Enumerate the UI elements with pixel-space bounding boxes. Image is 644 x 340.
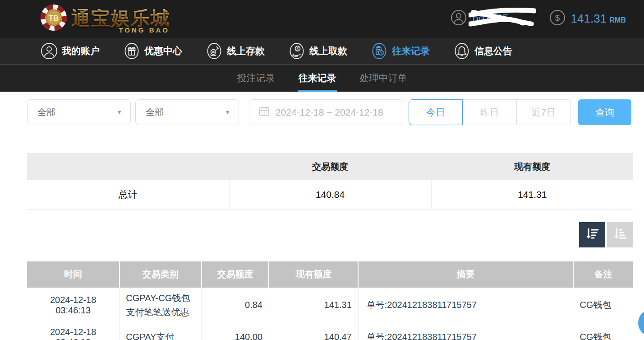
- calendar-icon: [258, 105, 270, 119]
- col-header-summary: 摘要: [358, 261, 573, 288]
- record-summary: 单号:202412183811715757: [358, 288, 573, 323]
- brand-title: 通宝娱乐城: [71, 9, 170, 28]
- withdraw-icon: $: [288, 42, 305, 60]
- sort-controls: [27, 222, 633, 247]
- gift-icon: [123, 42, 140, 60]
- brand-subtitle: TONG BAO: [119, 27, 170, 33]
- brand-logo[interactable]: TB 通宝娱乐城 TONG BAO: [40, 4, 170, 33]
- filter-row: 全部 ▼ 全部 ▼ 2024-12-18 ~ 2024-12-18: [27, 99, 633, 125]
- date-range-text: 2024-12-18 ~ 2024-12-18: [276, 107, 383, 118]
- last7days-button[interactable]: 近7日: [517, 99, 571, 125]
- col-header-note: 备注: [573, 261, 633, 288]
- record-category: CGPAY支付: [120, 323, 202, 340]
- yesterday-button[interactable]: 昨日: [463, 99, 517, 125]
- table-row: 2024-12-18 03:46:13 CGPAY支付 140.00 140.4…: [27, 323, 633, 340]
- nav-item-promotions[interactable]: 优惠中心: [123, 42, 182, 60]
- nav-item-deposit[interactable]: 线上存款: [206, 42, 265, 60]
- record-time: 2024-12-18 03:46:13: [27, 288, 120, 323]
- nav-item-withdraw[interactable]: $ 线上取款: [288, 42, 347, 60]
- records-table: 时间 交易类别 交易额度 现有额度 摘要 备注 2024-12-18 03:46…: [27, 261, 633, 340]
- username-text: bo7325: [472, 12, 508, 24]
- record-balance: 141.31: [269, 288, 358, 323]
- record-balance: 140.47: [269, 323, 358, 340]
- summary-header-blank: [27, 153, 229, 180]
- nav-item-announcements[interactable]: 信息公告: [453, 42, 512, 60]
- tab-pending-orders[interactable]: 处理中订单: [359, 65, 408, 92]
- sort-ascending-button[interactable]: [607, 222, 633, 247]
- summary-total-balance: 141.31: [431, 180, 633, 210]
- top-header: TB 通宝娱乐城 TONG BAO bo7325: [0, 0, 644, 37]
- col-header-time: 时间: [27, 261, 120, 288]
- deposit-icon: [206, 42, 223, 60]
- summary-total-transaction: 140.84: [229, 180, 431, 210]
- tab-betting-records[interactable]: 投注记录: [236, 65, 276, 92]
- col-header-amount: 交易额度: [202, 261, 269, 288]
- sort-ascending-icon: [613, 227, 627, 242]
- svg-text:$: $: [296, 47, 299, 51]
- records-icon: [371, 42, 388, 60]
- today-button[interactable]: 今日: [409, 99, 463, 125]
- table-row: 2024-12-18 03:46:13 CGPAY-CG钱包支付笔笔送优惠 0.…: [27, 288, 633, 323]
- col-header-balance: 现有额度: [269, 261, 358, 288]
- user-account[interactable]: bo7325: [451, 9, 508, 28]
- summary-header-balance: 现有额度: [431, 153, 633, 180]
- record-category: CGPAY-CG钱包支付笔笔送优惠: [120, 288, 202, 323]
- svg-text:TB: TB: [49, 14, 59, 23]
- page: TB 通宝娱乐城 TONG BAO bo7325: [0, 0, 644, 340]
- record-amount: 140.00: [202, 323, 269, 340]
- type-select[interactable]: 全部 ▼: [27, 99, 131, 125]
- sort-descending-icon: [585, 227, 599, 242]
- balance-currency: RMB: [610, 16, 626, 24]
- summary-table: 交易额度 现有额度 总计 140.84 141.31: [27, 153, 633, 210]
- nav-item-transaction-records[interactable]: 往来记录: [371, 42, 430, 60]
- record-amount: 0.84: [202, 288, 269, 323]
- record-note: CG钱包: [573, 323, 633, 340]
- bell-icon: [453, 42, 470, 60]
- dollar-circle-icon: $: [549, 9, 566, 28]
- casino-chip-icon: TB: [40, 4, 68, 33]
- summary-total-row: 总计 140.84 141.31: [27, 180, 633, 210]
- record-note: CG钱包: [573, 288, 633, 323]
- record-time: 2024-12-18 03:46:13: [27, 323, 120, 340]
- search-button[interactable]: 查询: [578, 99, 631, 125]
- chevron-down-icon: ▼: [225, 109, 230, 116]
- method-select[interactable]: 全部 ▼: [135, 99, 239, 125]
- user-icon: [41, 42, 58, 60]
- quick-date-buttons: 今日 昨日 近7日: [409, 99, 571, 125]
- content: 全部 ▼ 全部 ▼ 2024-12-18 ~ 2024-12-18: [0, 92, 644, 340]
- nav-item-my-account[interactable]: 我的账户: [41, 42, 100, 60]
- summary-total-label: 总计: [27, 180, 229, 210]
- user-avatar-icon: [451, 9, 467, 28]
- summary-header-transaction: 交易额度: [229, 153, 431, 180]
- col-header-category: 交易类别: [120, 261, 202, 288]
- tab-transaction-records[interactable]: 往来记录: [298, 65, 337, 92]
- balance-display[interactable]: $ 141.31 RMB: [549, 9, 626, 28]
- main-nav: 我的账户 优惠中心: [0, 37, 644, 65]
- svg-text:$: $: [555, 13, 560, 23]
- sort-descending-button[interactable]: [579, 222, 605, 247]
- balance-amount: 141.31: [571, 12, 607, 25]
- record-summary: 单号:202412183811715757: [358, 323, 573, 340]
- date-range-input[interactable]: 2024-12-18 ~ 2024-12-18: [249, 99, 403, 125]
- sub-tabs: 投注记录 往来记录 处理中订单: [0, 65, 644, 92]
- chevron-down-icon: ▼: [116, 109, 122, 116]
